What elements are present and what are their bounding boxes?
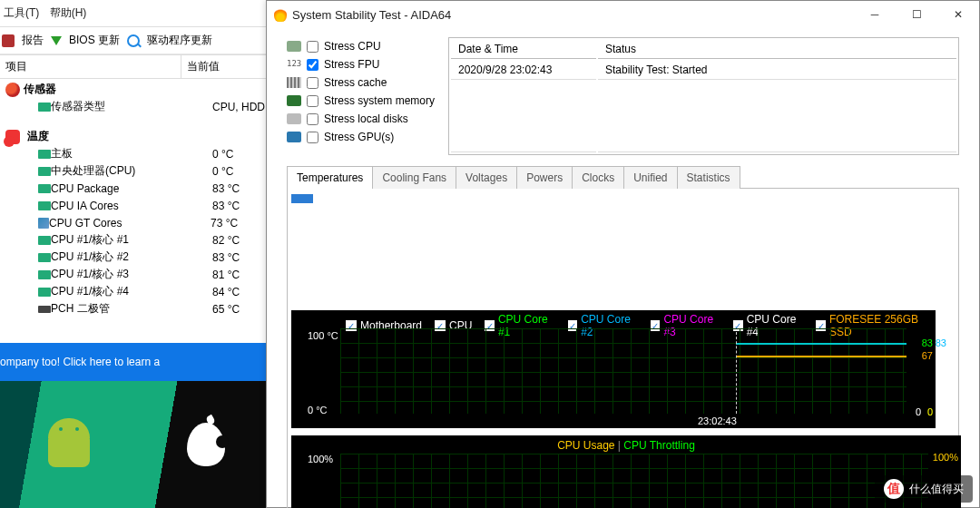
minimize-button[interactable]: ─ [854, 1, 896, 28]
chip-icon [38, 201, 51, 210]
chip-icon [38, 270, 51, 279]
tab-clocks[interactable]: Clocks [572, 166, 624, 189]
flame-icon [274, 7, 287, 22]
bios-update-button[interactable]: BIOS 更新 [69, 33, 120, 48]
toolbar: 报告 BIOS 更新 驱动程序更新 [0, 27, 273, 54]
table-row[interactable]: 主板0 °C [0, 145, 273, 162]
table-row[interactable]: 中央处理器(CPU)0 °C [0, 162, 273, 180]
chip-icon [38, 236, 51, 245]
group-sensors[interactable]: 传感器 [0, 81, 273, 98]
table-row[interactable]: CPU Package83 °C [0, 180, 273, 197]
grid-header: 项目 当前值 [0, 54, 273, 79]
y-axis-0: 0 °C [308, 405, 328, 415]
x-label: 23:02:43 [698, 415, 737, 426]
promo-image [0, 381, 273, 508]
group-temperature[interactable]: 温度 [0, 128, 273, 145]
tab-voltages[interactable]: Voltages [456, 166, 517, 189]
main-window: System Stability Test - AIDA64 ─ ☐ ✕ Str… [266, 0, 980, 508]
chip-icon [38, 218, 49, 229]
chip-icon [38, 253, 51, 262]
report-icon [2, 34, 15, 47]
tab-unified[interactable]: Unified [623, 166, 677, 189]
report-button[interactable]: 报告 [22, 33, 44, 48]
table-row[interactable]: CPU GT Cores73 °C [0, 214, 273, 231]
watermark: 值 什么值得买 [875, 475, 973, 503]
arrow-down-icon [51, 36, 62, 45]
stress-fpu-checkbox[interactable]: 123Stress FPU [287, 55, 439, 73]
y-axis-100: 100 °C [308, 330, 338, 341]
android-icon [48, 422, 90, 467]
sensor-icon [5, 83, 20, 97]
window-title: System Stability Test - AIDA64 [292, 8, 451, 22]
stress-memory-checkbox[interactable]: Stress system memory [287, 92, 439, 110]
stress-cpu-checkbox[interactable]: Stress CPU [287, 37, 439, 55]
memory-icon [287, 95, 301, 106]
col-current[interactable]: 当前值 [181, 55, 273, 78]
cpu-usage-chart: CPU Usage | CPU Throttling 100% 0% 100% … [291, 435, 961, 508]
magnifier-icon [127, 34, 140, 47]
stress-cache-checkbox[interactable]: Stress cache [287, 73, 439, 92]
chip-icon [38, 150, 51, 159]
log-table: Date & TimeStatus 2020/9/28 23:02:43Stab… [448, 37, 959, 155]
chip-icon [38, 184, 51, 193]
temperature-chart: ✓Motherboard ✓CPU ✓CPU Core #1 ✓CPU Core… [291, 310, 936, 428]
table-row[interactable]: CPU IA Cores83 °C [0, 197, 273, 214]
tab-powers[interactable]: Powers [516, 166, 573, 189]
chart-selector[interactable] [291, 192, 313, 310]
thermometer-icon [5, 130, 20, 144]
table-row[interactable]: CPU #1/核心 #283 °C [0, 249, 273, 266]
disk-icon [287, 113, 301, 124]
fpu-icon: 123 [287, 59, 301, 70]
menu-bar[interactable]: 工具(T) 帮助(H) [0, 0, 273, 27]
table-row[interactable]: CPU #1/核心 #484 °C [0, 283, 273, 300]
ad-banner[interactable]: ompany too! Click here to learn a [0, 343, 273, 381]
apple-icon [187, 423, 225, 466]
log-row[interactable]: 2020/9/28 23:02:43Stability Test: Starte… [451, 61, 956, 80]
menu-help[interactable]: 帮助(H) [50, 6, 87, 19]
row-sensor-type[interactable]: 传感器类型 CPU, HDD, [0, 98, 273, 115]
chart2-title: CPU Usage | CPU Throttling [291, 439, 961, 452]
gpu-icon [287, 132, 301, 142]
table-row[interactable]: CPU #1/核心 #381 °C [0, 266, 273, 283]
tab-body: ✓Motherboard ✓CPU ✓CPU Core #1 ✓CPU Core… [287, 188, 959, 508]
close-button[interactable]: ✕ [937, 1, 979, 28]
cpu-icon [287, 41, 301, 52]
col-item[interactable]: 项目 [0, 55, 181, 78]
table-row[interactable]: CPU #1/核心 #182 °C [0, 231, 273, 249]
stress-gpu-checkbox[interactable]: Stress GPU(s) [287, 128, 439, 146]
stress-options: Stress CPU 123Stress FPU Stress cache St… [287, 37, 439, 155]
title-bar[interactable]: System Stability Test - AIDA64 ─ ☐ ✕ [267, 1, 979, 28]
tab-cooling-fans[interactable]: Cooling Fans [372, 166, 456, 189]
chip-icon [38, 167, 51, 176]
watermark-icon: 值 [884, 479, 904, 499]
maximize-button[interactable]: ☐ [896, 1, 937, 28]
cache-icon [287, 77, 301, 88]
menu-tools[interactable]: 工具(T) [4, 6, 39, 19]
tab-temperatures[interactable]: Temperatures [287, 166, 373, 189]
chip-icon [38, 103, 51, 112]
chip-icon [38, 288, 51, 297]
table-row[interactable]: PCH 二极管65 °C [0, 300, 273, 318]
background-window: 工具(T) 帮助(H) 报告 BIOS 更新 驱动程序更新 项目 当前值 传感器… [0, 0, 273, 508]
chart-tabs: TemperaturesCooling FansVoltagesPowersCl… [287, 166, 959, 189]
tab-statistics[interactable]: Statistics [677, 166, 740, 189]
col-status[interactable]: Status [598, 40, 956, 59]
chip-icon [38, 306, 51, 313]
col-datetime[interactable]: Date & Time [451, 40, 596, 59]
stress-disk-checkbox[interactable]: Stress local disks [287, 110, 439, 128]
sensor-tree[interactable]: 传感器 传感器类型 CPU, HDD, 温度 主板0 °C中央处理器(CPU)0… [0, 79, 273, 319]
driver-update-button[interactable]: 驱动程序更新 [147, 33, 212, 48]
